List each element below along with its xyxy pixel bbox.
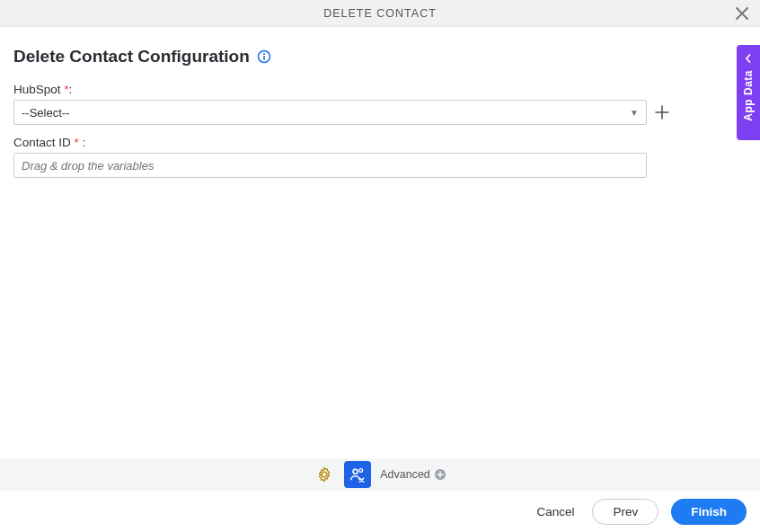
people-x-icon — [349, 466, 367, 483]
hubspot-label: HubSpot *: — [13, 83, 747, 96]
svg-point-4 — [359, 469, 363, 473]
content-area: Delete Contact Configuration HubSpot *: … — [0, 27, 760, 178]
plus-circle-icon — [434, 468, 446, 481]
hubspot-select-value: --Select-- — [22, 106, 69, 120]
plus-icon — [654, 104, 670, 120]
label-colon: : — [83, 136, 86, 149]
contact-id-label-text: Contact ID — [13, 136, 71, 149]
prev-button[interactable]: Prev — [592, 499, 658, 525]
app-data-panel-toggle[interactable]: App Data — [737, 45, 760, 140]
hubspot-field-group: HubSpot *: --Select-- ▼ — [13, 83, 747, 125]
gear-icon — [315, 466, 333, 483]
settings-button[interactable] — [314, 464, 335, 485]
chevron-left-icon — [744, 50, 753, 66]
hubspot-label-text: HubSpot — [13, 83, 61, 96]
toolbar-strip: Advanced — [0, 458, 760, 491]
label-colon: : — [69, 83, 73, 96]
contact-id-label: Contact ID * : — [13, 136, 747, 149]
svg-rect-2 — [263, 56, 265, 60]
close-icon — [736, 7, 748, 20]
page-title-row: Delete Contact Configuration — [13, 47, 747, 66]
chevron-down-icon: ▼ — [630, 108, 639, 118]
advanced-label: Advanced — [380, 468, 430, 481]
finish-button[interactable]: Finish — [671, 499, 747, 525]
close-button[interactable] — [733, 4, 751, 22]
svg-point-3 — [353, 469, 358, 474]
header-bar: DELETE CONTACT — [0, 0, 760, 27]
hubspot-select-row: --Select-- ▼ — [13, 100, 747, 125]
footer-actions: Cancel Prev Finish — [0, 491, 760, 532]
advanced-toggle[interactable]: Advanced — [380, 468, 446, 481]
contact-id-field-group: Contact ID * : — [13, 136, 747, 178]
info-icon[interactable] — [257, 49, 271, 64]
contacts-tool-button[interactable] — [344, 461, 371, 488]
cancel-button[interactable]: Cancel — [531, 500, 579, 524]
add-hubspot-button[interactable] — [654, 104, 670, 120]
app-data-label: App Data — [742, 70, 755, 121]
contact-id-input[interactable] — [13, 153, 647, 178]
svg-point-1 — [263, 53, 265, 55]
required-marker: * — [75, 136, 79, 149]
hubspot-select[interactable]: --Select-- ▼ — [13, 100, 647, 125]
dialog-title: DELETE CONTACT — [323, 7, 437, 20]
page-title: Delete Contact Configuration — [13, 47, 250, 66]
